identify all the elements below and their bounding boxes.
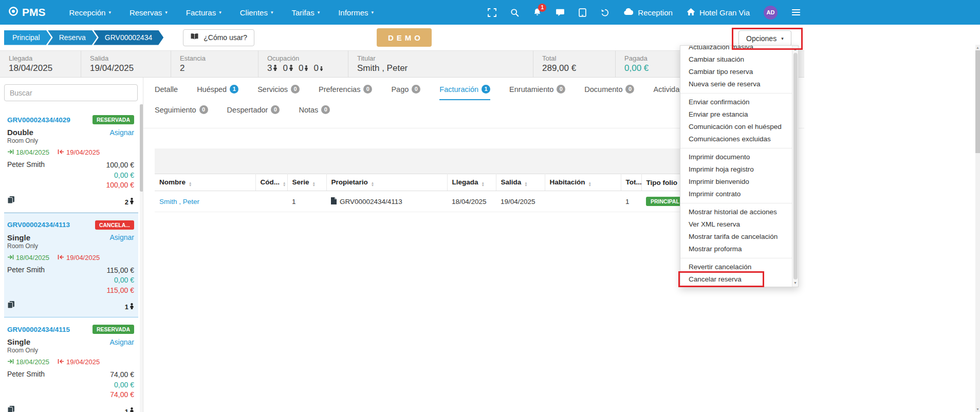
menu-reservas[interactable]: Reservas▾ [130, 8, 168, 17]
column-header-tot[interactable]: Tot...▲▼ [621, 174, 641, 191]
copy-icon[interactable] [7, 405, 15, 412]
tab-servicios[interactable]: Servicios0 [257, 85, 300, 100]
reservation-card[interactable]: GRV00002434/4115RESERVADASingleAsignarRo… [4, 317, 138, 412]
scroll-up-icon[interactable]: ▲ [793, 47, 797, 52]
tab-preferencias[interactable]: Preferencias0 [319, 85, 372, 100]
sort-icon[interactable]: ▲▼ [283, 181, 286, 186]
reservation-card[interactable]: GRV00002434/4113CANCELA...SingleAsignarR… [4, 213, 138, 318]
user-avatar[interactable]: AD [764, 6, 778, 20]
app-logo[interactable]: PMS [8, 6, 46, 19]
menu-facturas[interactable]: Facturas▾ [186, 8, 221, 17]
sort-icon[interactable]: ▲▼ [588, 181, 591, 186]
menu-item-ver-xml-reserva[interactable]: Ver XML reserva [680, 218, 792, 231]
tablet-icon[interactable] [579, 8, 586, 17]
scroll-down-icon[interactable]: ▼ [793, 280, 797, 286]
llegada-value: 18/04/2025 [9, 63, 81, 73]
assign-link[interactable]: Asignar [110, 128, 134, 137]
chat-icon[interactable] [556, 8, 565, 17]
menu-item-revertir-cancelacion[interactable]: Revertir cancelación [680, 261, 792, 273]
menu-item-enviar-pre-estancia[interactable]: Enviar pre estancia [680, 108, 792, 121]
copy-icon[interactable] [7, 301, 15, 311]
station-selector[interactable]: Reception [623, 8, 673, 17]
menu-item-imprimir-documento[interactable]: Imprimir documento [680, 151, 792, 163]
tab-facturacion[interactable]: Facturación1 [439, 85, 490, 100]
app-logo-text: PMS [22, 6, 46, 18]
tab-count-badge: 1 [230, 85, 238, 93]
tab-huesped[interactable]: Huésped1 [197, 85, 238, 100]
column-header-habitacion[interactable]: Habitación▲▼ [545, 174, 621, 191]
assign-link[interactable]: Asignar [110, 233, 134, 241]
column-header-llegada[interactable]: Llegada▲▼ [447, 174, 496, 191]
reservation-line-link[interactable]: GRV00002434/4029 [7, 116, 70, 124]
hamburger-menu-icon[interactable] [791, 9, 801, 16]
menu-item-cambiar-situacion[interactable]: Cambiar situación [680, 53, 792, 66]
menu-item-imprimir-hoja-registro[interactable]: Imprimir hoja registro [680, 163, 792, 176]
sort-icon[interactable]: ▲▼ [189, 181, 192, 186]
tab-despertador[interactable]: Despertador0 [227, 105, 280, 121]
menu-clientes[interactable]: Clientes▾ [240, 8, 273, 17]
cell-codigo [255, 191, 287, 212]
menu-item-imprimir-bienvenido[interactable]: Imprimir bienvenido [680, 176, 792, 188]
breadcrumb-reserva[interactable]: Reserva [48, 30, 97, 45]
menu-item-imprimir-contrato[interactable]: Imprimir contrato [680, 188, 792, 200]
guest-name-link[interactable]: Smith , Peter [159, 198, 199, 205]
scrollbar-thumb[interactable] [975, 50, 980, 153]
tab-seguimiento[interactable]: Seguimiento0 [155, 105, 208, 121]
scroll-down-icon[interactable]: ▼ [976, 406, 979, 412]
column-header-serie[interactable]: Serie▲▼ [287, 174, 326, 191]
guest-name: Peter Smith [7, 370, 45, 400]
column-header-cod[interactable]: Cód...▲▼ [255, 174, 287, 191]
sort-icon[interactable]: ▲▼ [371, 181, 374, 186]
sort-icon[interactable]: ▲▼ [482, 181, 485, 186]
how-to-use-button[interactable]: ¿Cómo usar? [183, 29, 254, 46]
menu-item-mostrar-proforma[interactable]: Mostrar proforma [680, 243, 792, 255]
occupancy-value: 3000 [267, 63, 348, 73]
copy-icon[interactable] [7, 196, 15, 206]
menu-item-mostrar-historial-de-acciones[interactable]: Mostrar historial de acciones [680, 206, 792, 218]
hotel-selector[interactable]: Hotel Gran Via [687, 8, 750, 17]
breadcrumb-grv00002434[interactable]: GRV00002434 [94, 30, 163, 45]
menu-item-nueva-serie-de-reserva[interactable]: Nueva serie de reserva [680, 78, 792, 90]
menu-item-cancelar-reserva[interactable]: Cancelar reserva [680, 273, 792, 286]
menu-item-enviar-confirmacion[interactable]: Enviar confirmación [680, 96, 792, 108]
scroll-up-icon[interactable]: ▲ [976, 45, 979, 50]
tab-documento[interactable]: Documento0 [584, 85, 634, 100]
menu-item-mostrar-tarifa-de-cancelacion[interactable]: Mostrar tarifa de cancelación [680, 231, 792, 243]
tab-pago[interactable]: Pago0 [391, 85, 420, 100]
menu-item-cambiar-tipo-reserva[interactable]: Cambiar tipo reserva [680, 66, 792, 78]
breadcrumb-principal[interactable]: Principal [4, 30, 51, 45]
assign-link[interactable]: Asignar [110, 338, 134, 346]
check-in-icon [7, 254, 14, 261]
sort-icon[interactable]: ▲▼ [524, 181, 527, 186]
dropdown-scrollbar[interactable]: ▲ ▼ [792, 46, 798, 287]
tab-detalle[interactable]: Detalle [155, 85, 178, 100]
column-header-salida[interactable]: Salida▲▼ [496, 174, 545, 191]
tab-enrutamiento[interactable]: Enrutamiento0 [509, 85, 565, 100]
reservation-line-link[interactable]: GRV00002434/4115 [7, 326, 70, 333]
notifications-bell-icon[interactable]: 1 [533, 8, 542, 17]
tab-notas[interactable]: Notas0 [299, 105, 330, 121]
menu-item-actualizacion-masiva[interactable]: Actualización masiva [680, 45, 792, 53]
menu-tarifas[interactable]: Tarifas▾ [291, 8, 320, 17]
summary-salida: Salida19/04/2025 [81, 51, 171, 77]
menu-recepcion[interactable]: Recepción▾ [69, 8, 111, 17]
search-icon[interactable] [510, 8, 519, 17]
menu-item-comunicacion-con-el-huesped[interactable]: Comunicación con el huésped [680, 121, 792, 133]
fullscreen-icon[interactable] [488, 8, 496, 17]
check-out-date: 19/04/2025 [58, 358, 100, 366]
chevron-down-icon: ▾ [219, 10, 221, 15]
menu-item-comunicaciones-excluidas[interactable]: Comunicaciones excluidas [680, 133, 792, 145]
column-header-propietario[interactable]: Propietario▲▼ [326, 174, 447, 191]
history-icon[interactable] [600, 8, 609, 17]
page-scrollbar[interactable]: ▲ ▼ [975, 45, 980, 412]
search-input[interactable] [4, 84, 138, 101]
reservation-line-link[interactable]: GRV00002434/4113 [7, 221, 70, 229]
menu-informes[interactable]: Informes▾ [338, 8, 374, 17]
column-header-nombre[interactable]: Nombre▲▼ [155, 174, 255, 191]
scrollbar-thumb[interactable] [793, 53, 798, 279]
sort-icon[interactable]: ▲▼ [312, 181, 316, 186]
options-button[interactable]: Opciones ▾ [738, 30, 791, 46]
folio-document-link[interactable]: GRV00002434/4113 [331, 197, 442, 206]
check-in-icon [7, 358, 14, 366]
reservation-card[interactable]: GRV00002434/4029RESERVADADoubleAsignarRo… [4, 108, 138, 213]
